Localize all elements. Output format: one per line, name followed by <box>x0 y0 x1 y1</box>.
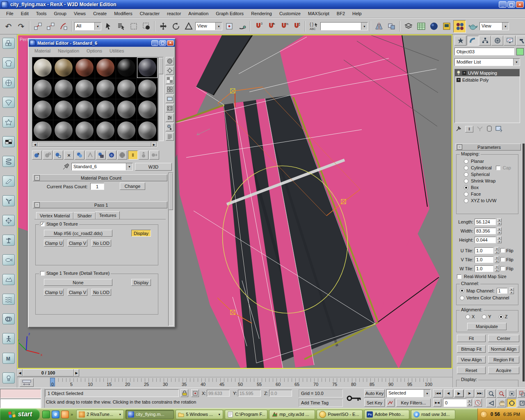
maximize-button[interactable]: ▢ <box>507 1 515 8</box>
viewport-view-dropdown[interactable]: View ▼ <box>479 22 509 30</box>
object-name-field[interactable]: Object03 <box>454 48 514 55</box>
u-flip-checkbox[interactable] <box>500 248 505 253</box>
material-type-button[interactable]: W3D <box>135 163 172 171</box>
select-by-material-icon[interactable] <box>166 123 174 131</box>
material-editor-window[interactable]: Material Editor - Standard_6 _ ▢ × Mater… <box>28 38 176 328</box>
material-slot[interactable] <box>137 99 158 120</box>
utilities-tab-icon[interactable] <box>516 36 525 46</box>
layer-manager-icon[interactable] <box>402 21 414 32</box>
mini-curve-editor-icon[interactable] <box>20 378 34 387</box>
zoom-extents-icon[interactable] <box>507 389 516 398</box>
stage1-map-button[interactable]: None <box>44 279 112 286</box>
pick-material-eyedropper-icon[interactable] <box>62 163 70 171</box>
parameters-rollout-header[interactable]: - Parameters <box>455 144 521 151</box>
select-link-icon[interactable] <box>32 21 44 32</box>
u-tile-field[interactable]: 1.0 <box>475 247 493 254</box>
stage0-display-button[interactable]: Display <box>131 230 151 237</box>
material-options-icon[interactable] <box>166 114 174 122</box>
start-button[interactable]: start <box>0 409 40 420</box>
named-selection-sets-icon[interactable]: { }ABC <box>308 21 320 32</box>
taskbar-item-program[interactable]: C:\Program F... <box>225 410 267 419</box>
bitmap-fit-button[interactable]: Bitmap Fit <box>457 345 486 353</box>
menu-edit[interactable]: Edit <box>17 10 32 17</box>
material-slot[interactable] <box>116 57 137 78</box>
material-slot[interactable] <box>32 120 53 141</box>
checker-tool-icon[interactable] <box>2 136 15 147</box>
menu-rendering[interactable]: Rendering <box>247 10 276 17</box>
pass-count-field[interactable]: 1 <box>90 183 104 190</box>
fish-tool-icon[interactable] <box>2 254 15 265</box>
material-slot[interactable] <box>32 78 53 99</box>
radio-map-channel[interactable]: Map Channel:1▲▼ <box>460 288 518 294</box>
star-figure-tool-icon[interactable] <box>2 116 15 128</box>
taskbar-item-mp-city[interactable]: mp_city.w3d ... <box>269 410 315 419</box>
maximize-viewport-toggle-icon[interactable] <box>517 399 525 407</box>
expand-icon[interactable]: + <box>462 71 466 75</box>
tab-textures[interactable]: Textures <box>96 211 120 219</box>
configure-modifier-sets-icon[interactable] <box>495 126 503 133</box>
acquire-button[interactable]: Acquire <box>488 367 519 374</box>
key-filters-button[interactable]: Key Filters... <box>396 399 431 407</box>
radio-xyz-uvw[interactable]: XYZ to UVW <box>464 198 518 203</box>
pin-stack-icon[interactable] <box>455 126 462 133</box>
radio-spherical[interactable]: Spherical <box>464 172 518 177</box>
material-slot[interactable] <box>53 99 74 120</box>
show-map-in-viewport-icon[interactable] <box>117 151 127 160</box>
sample-scrollbar-vertical[interactable] <box>158 57 164 141</box>
key-mode-dropdown[interactable]: Selected ▼ <box>386 389 431 397</box>
select-scale-icon[interactable] <box>183 21 194 32</box>
make-unique-icon[interactable] <box>85 151 95 160</box>
rollout-scrollbar[interactable] <box>168 173 173 326</box>
maximize-button[interactable]: ▢ <box>159 40 166 46</box>
motion-tab-icon[interactable] <box>491 36 503 46</box>
v-tile-field[interactable]: 1.0 <box>475 256 493 263</box>
manipulate-button[interactable]: Manipulate <box>467 323 507 330</box>
uv-tiling-icon[interactable] <box>166 85 174 94</box>
menu-graph-editors[interactable]: Graph Editors <box>212 10 247 17</box>
taskbar-item-poweriso[interactable]: PowerISO - E... <box>317 410 363 419</box>
coil-tool-icon[interactable] <box>2 156 15 167</box>
menu-group[interactable]: Group <box>50 10 70 17</box>
w-tile-spinner[interactable]: ▲▼ <box>495 265 499 272</box>
menu-views[interactable]: Views <box>70 10 89 17</box>
menu-bf2[interactable]: BF2 <box>333 10 349 17</box>
close-button[interactable]: × <box>167 40 174 46</box>
material-editor-icon[interactable] <box>453 20 466 33</box>
align-icon[interactable] <box>386 21 397 32</box>
sample-type-icon[interactable] <box>166 57 174 65</box>
backlight-icon[interactable] <box>166 66 174 75</box>
selection-filter-dropdown[interactable]: All ▼ <box>74 22 101 30</box>
shirt-tool-icon[interactable] <box>2 57 15 68</box>
center-button[interactable]: Center <box>488 335 519 342</box>
hierarchy-tab-icon[interactable] <box>479 36 491 46</box>
show-end-result-icon[interactable]: ‖ <box>128 151 138 160</box>
material-slot[interactable] <box>74 120 95 141</box>
pass1-rollout-header[interactable]: - Pass 1 <box>33 201 167 208</box>
put-material-to-scene-icon[interactable] <box>43 151 52 160</box>
make-preview-icon[interactable] <box>166 104 174 112</box>
background-icon[interactable] <box>166 76 174 84</box>
scroll-right-icon[interactable]: ▶ <box>151 142 157 147</box>
menu-animation[interactable]: Animation <box>185 10 212 17</box>
quick-render-teapot-icon[interactable] <box>467 21 479 32</box>
pass-count-rollout-header[interactable]: - Material Pass Count <box>33 174 167 181</box>
stage1-no-lod-button[interactable]: No LOD <box>91 289 111 296</box>
use-pivot-center-icon[interactable] <box>223 21 235 32</box>
named-selection-dropdown[interactable]: ▼ <box>320 22 368 30</box>
length-field[interactable]: 56.124 <box>475 219 496 225</box>
material-slot[interactable] <box>74 99 95 120</box>
listener-splitter[interactable] <box>41 389 45 408</box>
snap-toggle-3d-icon[interactable]: 3 <box>253 21 265 32</box>
modifier-stack-item-epoly[interactable]: + Editable Poly <box>455 76 520 83</box>
field-of-view-icon[interactable] <box>486 399 496 407</box>
stage1-checkbox[interactable] <box>40 271 45 276</box>
material-slot[interactable] <box>74 57 95 78</box>
menu-character[interactable]: Character <box>136 10 163 17</box>
material-name-dropdown[interactable]: Standard_6 ▼ <box>71 163 133 171</box>
taskbar-item-photoshop[interactable]: Ps Adobe Photo... <box>364 410 409 419</box>
frame-spinner[interactable]: ▲▼ <box>467 399 472 406</box>
material-slot[interactable] <box>95 120 116 141</box>
current-frame-field[interactable]: 0 <box>443 399 467 407</box>
zoom-extents-all-icon[interactable] <box>517 389 525 398</box>
radio-cylindrical[interactable]: Cylindrical Cap <box>464 165 518 170</box>
